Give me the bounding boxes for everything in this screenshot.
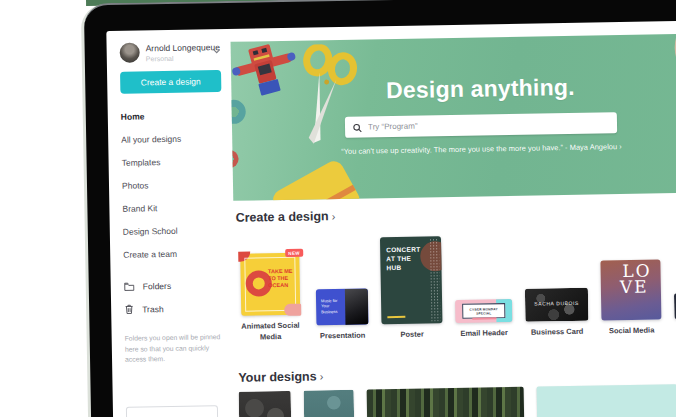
main-content: Design anything. “You can't use up creat… [230, 20, 676, 417]
search-icon [353, 118, 362, 136]
card-label: Presentation [320, 331, 366, 343]
chevron-right-icon: › [332, 210, 336, 222]
card-art-underline [472, 317, 496, 319]
user-name: Arnold Longequeue [146, 42, 207, 53]
account-type-label: Personal [146, 54, 207, 62]
card-email-header[interactable]: CYBER MONDAY SPECIAL Email Header [455, 299, 513, 340]
business-card-thumbnail: SACHA DUBOIS [525, 288, 589, 322]
card-art-photo [344, 289, 368, 325]
user-meta: Arnold Longequeue Personal [146, 42, 207, 62]
card-art-text: TAKE ME TO THE OCEAN [268, 268, 294, 289]
design-thumbnail-forest-photo[interactable] [367, 387, 525, 417]
create-design-button[interactable]: Create a design [120, 70, 221, 94]
new-badge: NEW [285, 249, 303, 257]
animated-social-media-thumbnail: TAKE ME TO THE OCEAN NEW [240, 253, 300, 316]
create-a-design-heading[interactable]: Create a design › [235, 202, 676, 225]
card-presentation[interactable]: Music for Your Business Presentation [316, 289, 369, 343]
card-label: Social Media [609, 326, 655, 338]
your-designs-heading[interactable]: Your designs › [238, 362, 676, 385]
sidebar: Arnold Longequeue Personal Create a desi… [106, 29, 238, 417]
avatar [120, 42, 140, 62]
card-art-bar [387, 316, 405, 318]
sidebar-nav: Home All your designs Templates Photos B… [121, 103, 225, 266]
chevron-right-icon: › [320, 370, 324, 382]
social-media-thumbnail: LO VE [600, 259, 661, 320]
card-label: Email Header [460, 328, 508, 340]
design-thumbnail-dark-photo[interactable] [239, 391, 292, 417]
card-art-text: SACHA DUBOIS [525, 300, 588, 307]
card-art-text: CYBER MONDAY SPECIAL [463, 307, 504, 316]
email-header-thumbnail: CYBER MONDAY SPECIAL [455, 299, 512, 323]
card-art-subtext [387, 314, 423, 315]
search-bar[interactable] [345, 112, 617, 138]
sidebar-item-templates[interactable]: Templates [121, 149, 222, 174]
sidebar-item-folders[interactable]: Folders [124, 274, 225, 298]
card-label: Animated Social Media [237, 321, 303, 344]
device-frame: Arnold Longequeue Personal Create a desi… [84, 0, 676, 417]
hero-content: Design anything. “You can't use up creat… [231, 33, 676, 201]
hero-title: Design anything. [386, 74, 575, 104]
sidebar-item-home[interactable]: Home [121, 103, 222, 128]
design-thumbnail-mint[interactable] [537, 384, 676, 417]
sidebar-promo-card[interactable] [126, 405, 219, 417]
card-poster[interactable]: CONCERT AT THE HUB Poster [380, 236, 443, 341]
card-label: Business Card [531, 327, 584, 339]
card-art-text: Music for Your Business [321, 298, 343, 315]
sidebar-item-brand-kit[interactable]: Brand Kit [122, 195, 223, 220]
card-art-line2: VE [616, 279, 652, 295]
sidebar-item-photos[interactable]: Photos [122, 172, 223, 197]
sidebar-utilities: Folders Trash [124, 274, 226, 321]
card-art-blob [284, 304, 301, 316]
card-art-box: CYBER MONDAY SPECIAL [462, 303, 505, 319]
app-screen: Arnold Longequeue Personal Create a desi… [106, 20, 676, 417]
sidebar-item-trash[interactable]: Trash [124, 296, 225, 321]
folder-icon [124, 282, 135, 292]
design-thumbnail-teal-pattern[interactable] [304, 390, 355, 417]
card-art-text: LO VE [622, 264, 652, 296]
account-menu[interactable]: Arnold Longequeue Personal [120, 41, 221, 63]
card-business-card[interactable]: SACHA DUBOIS Business Card [525, 288, 589, 339]
hero-banner: Design anything. “You can't use up creat… [231, 33, 676, 201]
your-designs-heading-text: Your designs [238, 369, 316, 384]
sidebar-item-all-your-designs[interactable]: All your designs [121, 126, 222, 151]
card-animated-social-media[interactable]: TAKE ME TO THE OCEAN NEW Animated Social… [236, 253, 304, 344]
hero-quote-link[interactable]: “You can't use up creativity. The more y… [341, 142, 622, 156]
card-social-media[interactable]: LO VE Social Media [600, 259, 661, 337]
presentation-thumbnail: Music for Your Business [316, 289, 369, 326]
card-art-text: CONCERT AT THE HUB [386, 245, 426, 272]
create-a-design-heading-text: Create a design [235, 209, 328, 225]
sidebar-item-design-school[interactable]: Design School [123, 218, 224, 243]
your-designs-thumbnails [239, 383, 676, 417]
trash-icon [124, 304, 134, 315]
sidebar-item-create-a-team[interactable]: Create a team [123, 241, 224, 266]
chevron-down-icon [213, 48, 221, 54]
search-input[interactable] [368, 118, 609, 131]
folders-label: Folders [143, 281, 172, 291]
folders-help-text: Folders you open will be pinned here so … [125, 332, 227, 365]
trash-label: Trash [142, 304, 164, 314]
card-label: Poster [400, 330, 424, 341]
design-type-cards: TAKE ME TO THE OCEAN NEW Animated Social… [236, 231, 676, 344]
poster-thumbnail: CONCERT AT THE HUB [380, 236, 443, 324]
card-art-dots [429, 238, 440, 321]
